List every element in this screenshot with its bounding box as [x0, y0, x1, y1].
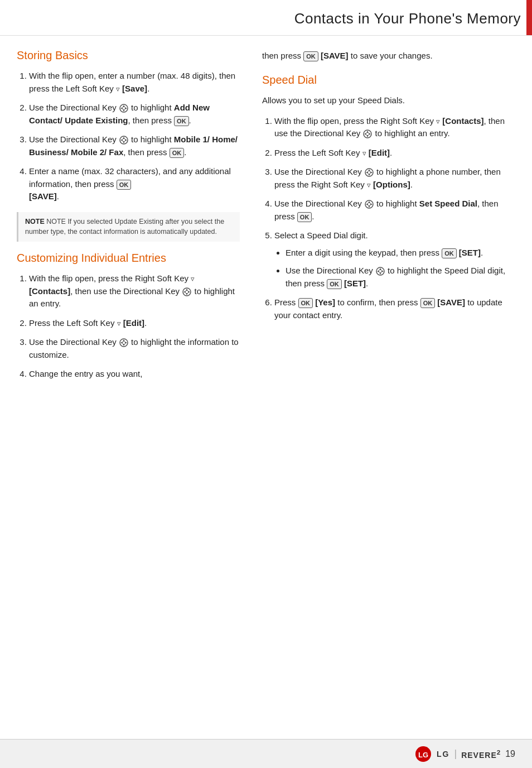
svg-marker-2: [123, 109, 125, 112]
directional-key-icon: [375, 266, 385, 276]
note-text: NOTE If you selected Update Existing aft…: [25, 218, 224, 236]
list-item: Press OK [Yes] to confirm, then press OK…: [274, 296, 513, 321]
page-title: Contacts in Your Phone's Memory: [294, 10, 521, 27]
customizing-list: With the flip open, press the Right Soft…: [29, 272, 240, 381]
list-item: Use the Directional Key to highlight a p…: [274, 166, 513, 191]
list-item: Enter a digit using the keypad, then pre…: [286, 247, 513, 260]
svg-marker-14: [188, 291, 190, 293]
storing-basics-section: Storing Basics With the flip open, enter…: [17, 49, 240, 242]
svg-marker-4: [125, 107, 127, 109]
list-item: Use the Directional Key to highlight Add…: [29, 102, 240, 127]
directional-key-icon: [362, 129, 373, 139]
left-column: Storing Basics With the flip open, enter…: [0, 49, 251, 401]
list-item: With the flip open, enter a number (max.…: [29, 70, 240, 95]
svg-marker-21: [366, 131, 369, 133]
svg-marker-1: [123, 105, 125, 107]
svg-marker-11: [186, 289, 188, 291]
svg-marker-13: [183, 291, 186, 293]
ok-button-icon: OK: [298, 298, 313, 308]
speed-dial-heading: Speed Dial: [262, 74, 513, 87]
ok-button-icon: OK: [420, 298, 436, 308]
footer-divider: |: [454, 748, 457, 760]
svg-marker-12: [186, 293, 188, 295]
svg-marker-36: [379, 268, 381, 270]
right-column: then press OK [SAVE] to save your change…: [251, 49, 530, 401]
left-soft-key-icon: ▿: [117, 318, 121, 329]
ok-button-icon: OK: [327, 279, 342, 289]
customizing-entries-section: Customizing Individual Entries With the …: [17, 252, 240, 381]
model-sup: 2: [497, 748, 501, 756]
list-item: Press the Left Soft Key ▿ [Edit].: [274, 147, 513, 160]
svg-marker-27: [368, 174, 370, 176]
directional-key-icon: [364, 199, 374, 209]
directional-key-icon: [182, 287, 192, 297]
directional-key-icon: [119, 103, 129, 113]
footer-model: REVERE2: [461, 748, 501, 760]
svg-marker-37: [379, 272, 381, 275]
svg-marker-7: [123, 141, 125, 143]
header-accent-bar: [526, 0, 532, 35]
directional-key-icon: [119, 338, 129, 348]
svg-marker-24: [369, 133, 371, 135]
main-content: Storing Basics With the flip open, enter…: [0, 36, 532, 401]
svg-marker-19: [125, 342, 127, 344]
svg-marker-28: [366, 171, 368, 174]
svg-marker-32: [368, 205, 370, 208]
left-soft-key-icon: ▿: [116, 84, 120, 95]
ok-button-icon: OK: [170, 148, 185, 158]
list-item: Select a Speed Dial digit. Enter a digit…: [274, 229, 513, 290]
list-item: Use the Directional Key to highlight Set…: [274, 198, 513, 223]
svg-marker-8: [120, 139, 123, 141]
list-item: Use the Directional Key to highlight Mob…: [29, 133, 240, 159]
continue-text: then press OK [SAVE] to save your change…: [262, 49, 513, 63]
customizing-entries-heading: Customizing Individual Entries: [17, 252, 240, 265]
directional-key-icon: [119, 135, 129, 145]
svg-marker-16: [123, 339, 125, 342]
directional-key-icon: [364, 167, 374, 177]
list-item: Use the Directional Key to highlight the…: [286, 265, 513, 290]
svg-marker-26: [368, 169, 370, 171]
brand-label: LG: [437, 750, 449, 759]
svg-marker-39: [381, 270, 384, 272]
storing-basics-list: With the flip open, enter a number (max.…: [29, 70, 240, 203]
right-soft-key-icon: ▿: [436, 116, 440, 127]
left-soft-key-icon: ▿: [362, 148, 366, 159]
lg-logo-icon: LG: [414, 745, 432, 763]
list-item: With the flip open, press the Right Soft…: [29, 272, 240, 310]
list-item: Press the Left Soft Key ▿ [Edit].: [29, 317, 240, 330]
ok-button-icon: OK: [117, 180, 132, 190]
right-soft-key-icon: ▿: [367, 180, 371, 191]
svg-marker-22: [366, 135, 369, 137]
svg-marker-17: [123, 344, 125, 346]
list-item: Use the Directional Key to highlight the…: [29, 336, 240, 361]
svg-marker-34: [370, 203, 373, 205]
ok-button-icon: OK: [442, 248, 457, 258]
svg-marker-31: [368, 201, 370, 203]
speed-dial-section: Speed Dial Allows you to set up your Spe…: [262, 74, 513, 321]
right-soft-key-icon: ▿: [191, 273, 195, 285]
speed-dial-intro: Allows you to set up your Speed Dials.: [262, 94, 513, 107]
footer-page: 19: [505, 749, 515, 759]
list-item: Enter a name (max. 32 characters), and a…: [29, 165, 240, 203]
svg-marker-38: [377, 270, 379, 272]
svg-marker-3: [120, 107, 123, 109]
svg-marker-6: [123, 137, 125, 139]
footer-logo-area: LG LG | REVERE2 19: [414, 745, 515, 763]
list-item: With the flip open, press the Right Soft…: [274, 115, 513, 140]
ok-button-icon: OK: [303, 51, 318, 61]
svg-marker-18: [120, 342, 123, 344]
speed-dial-list: With the flip open, press the Right Soft…: [274, 115, 513, 322]
storing-basics-heading: Storing Basics: [17, 49, 240, 62]
svg-marker-9: [125, 139, 127, 141]
note-box: NOTE NOTE If you selected Update Existin…: [17, 212, 240, 242]
page-footer: LG LG | REVERE2 19: [0, 739, 532, 768]
svg-text:LG: LG: [418, 751, 428, 759]
ok-button-icon: OK: [174, 116, 189, 126]
svg-marker-29: [370, 171, 373, 174]
svg-marker-33: [366, 203, 368, 205]
ok-button-icon: OK: [297, 212, 312, 222]
list-item: Change the entry as you want,: [29, 368, 240, 381]
svg-marker-23: [364, 133, 366, 135]
page-header: Contacts in Your Phone's Memory: [0, 0, 532, 36]
speed-dial-sub-list: Enter a digit using the keypad, then pre…: [286, 247, 513, 290]
